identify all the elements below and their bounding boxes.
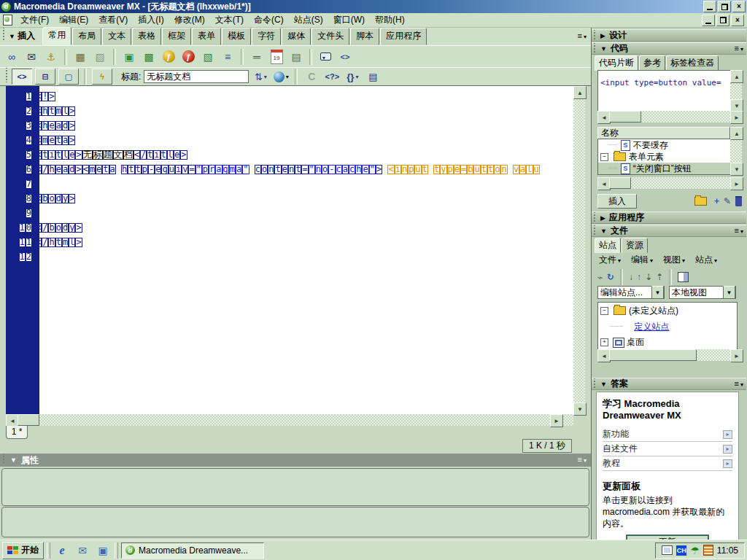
flash-button-icon[interactable]: ƒ: [179, 48, 197, 65]
snippet-list-vscroll[interactable]: ▲ ▼: [730, 127, 742, 174]
code-view-button[interactable]: <>: [12, 69, 32, 85]
expand-collapse-icon[interactable]: [678, 272, 689, 282]
connect-icon[interactable]: ⌁: [597, 272, 603, 283]
insert-tab-script[interactable]: 脚本: [350, 28, 379, 45]
new-folder-icon[interactable]: [694, 197, 707, 206]
code-navigation-icon[interactable]: {}▾: [344, 69, 361, 85]
code-vertical-scrollbar[interactable]: ▲ ▼: [573, 86, 585, 414]
insert-tab-media[interactable]: 媒体: [282, 28, 311, 45]
files-menu-view[interactable]: 视图▾: [663, 254, 685, 266]
tab-assets[interactable]: 资源: [622, 238, 648, 253]
ime-indicator[interactable]: CH: [676, 545, 686, 556]
panel-grip[interactable]: [1, 28, 6, 41]
files-menu-edit[interactable]: 编辑▾: [631, 254, 653, 266]
tabular-data-icon[interactable]: ▤: [287, 48, 305, 65]
insert-tab-application[interactable]: 应用程序: [380, 28, 427, 45]
comment-icon[interactable]: [317, 48, 334, 65]
panel-menu-icon[interactable]: ≡▾: [732, 380, 746, 389]
insert-table-icon[interactable]: ▦: [71, 48, 89, 65]
tab-snippets[interactable]: 代码片断: [595, 55, 638, 71]
design-panel-header[interactable]: ▶ 设计: [592, 29, 746, 42]
chevron-down-icon[interactable]: ▼: [651, 286, 664, 299]
view-options-icon[interactable]: ▤: [364, 69, 382, 85]
scroll-down-arrow[interactable]: ▼: [573, 402, 587, 416]
get-files-icon[interactable]: ↓: [629, 272, 633, 282]
view-select[interactable]: 本地视图 ▼: [669, 286, 736, 299]
doc-restore-button[interactable]: [716, 15, 729, 26]
tab-tag-inspector[interactable]: 标签检查器: [666, 55, 719, 71]
answers-link-readme[interactable]: 自述文件▸: [603, 442, 732, 456]
network-icon[interactable]: [662, 545, 673, 555]
scroll-right-arrow[interactable]: ►: [730, 111, 743, 124]
toolbar-grip[interactable]: [4, 68, 9, 82]
answers-panel-header[interactable]: ▼ 答案 ≡▾: [592, 378, 746, 390]
insert-snippet-button[interactable]: 插入: [597, 194, 637, 209]
restore-button[interactable]: [718, 1, 731, 12]
insert-tab-head[interactable]: 文件头: [311, 28, 349, 45]
check-out-icon[interactable]: ⇣: [645, 272, 652, 282]
code-horizontal-scrollbar[interactable]: ◄ ►: [6, 414, 573, 426]
tab-site[interactable]: 站点: [595, 238, 621, 253]
scroll-right-arrow[interactable]: ►: [730, 177, 743, 190]
tab-reference[interactable]: 参考: [639, 55, 665, 71]
chevron-down-icon[interactable]: ▼: [723, 286, 735, 299]
antivirus-umbrella-icon[interactable]: ☂: [690, 545, 700, 556]
snippet-preview-vscroll[interactable]: ▲ ▼: [730, 70, 742, 111]
refresh-site-icon[interactable]: ↻: [607, 272, 614, 282]
define-site-row[interactable]: ┈┈┈ 定义站点: [598, 319, 737, 335]
panel-menu-icon[interactable]: ≡▾: [732, 227, 746, 236]
desktop-row[interactable]: + 桌面: [598, 335, 737, 350]
delete-snippet-icon[interactable]: [735, 196, 742, 206]
insert-tab-text[interactable]: 文本: [102, 28, 131, 45]
scrollbar-thumb[interactable]: [609, 177, 631, 189]
menu-edit[interactable]: 编辑(E): [54, 12, 93, 28]
insert-tab-forms[interactable]: 表单: [192, 28, 221, 45]
expand-expander[interactable]: +: [600, 338, 608, 346]
scroll-up-arrow[interactable]: ▲: [573, 86, 587, 99]
insert-tab-common[interactable]: 常用: [42, 27, 71, 45]
menu-view[interactable]: 查看(V): [93, 12, 133, 28]
scrollbar-thumb[interactable]: [18, 414, 39, 426]
close-button[interactable]: ×: [732, 1, 746, 12]
flash-icon[interactable]: ƒ: [160, 48, 177, 65]
code-editor[interactable]: 1<!> 2<html> 3<head> 4<meta> 5<title>无标题…: [6, 86, 573, 414]
date-icon[interactable]: 19: [268, 48, 285, 65]
files-panel-header[interactable]: ▼ 文件 ≡▾: [592, 225, 746, 237]
define-site-link[interactable]: 定义站点: [634, 321, 669, 333]
minimize-button[interactable]: [703, 1, 716, 12]
new-snippet-icon[interactable]: +: [714, 196, 719, 206]
insert-tab-templates[interactable]: 模板: [222, 28, 251, 45]
document-tab[interactable]: 1 *: [6, 426, 28, 439]
live-data-button[interactable]: ϟ: [92, 69, 112, 85]
scrollbar-thumb[interactable]: [609, 349, 697, 361]
collapse-expander[interactable]: −: [600, 153, 608, 161]
files-menu-site[interactable]: 站点▾: [695, 254, 717, 266]
snippet-column-header[interactable]: 名称: [597, 127, 730, 139]
scrollbar-thumb[interactable]: [609, 111, 641, 122]
preview-browser-icon[interactable]: ▾: [272, 69, 290, 85]
properties-panel-header[interactable]: ▼ 属性 ≡▾: [0, 454, 591, 467]
scroll-up-arrow[interactable]: ▲: [730, 70, 743, 83]
code-panel-header[interactable]: ▼ 代码 ≡▾: [592, 42, 746, 55]
insert-tab-layout[interactable]: 布局: [72, 28, 101, 45]
menu-file[interactable]: 文件(F): [15, 12, 54, 28]
menu-site[interactable]: 站点(S): [289, 12, 328, 28]
panel-menu-icon[interactable]: ≡▾: [575, 456, 589, 464]
menu-commands[interactable]: 命令(C): [249, 12, 289, 28]
snippet-preview-hscroll[interactable]: ◄ ►: [597, 111, 742, 122]
put-files-icon[interactable]: ↑: [637, 272, 641, 282]
site-root-row[interactable]: − (未定义站点): [598, 303, 737, 319]
edit-snippet-icon[interactable]: ✎: [724, 196, 731, 206]
menu-insert[interactable]: 插入(I): [133, 12, 169, 28]
site-select[interactable]: 编辑站点... ▼: [597, 286, 665, 299]
snippet-folder-row[interactable]: − 表单元素: [598, 151, 731, 163]
answers-link-tutorials[interactable]: 教程▸: [603, 456, 732, 471]
tray-utility-icon[interactable]: [703, 545, 713, 556]
snippet-row-selected[interactable]: ┈┈S “关闭窗口”按钮: [598, 163, 731, 174]
image-icon[interactable]: ▣: [120, 48, 138, 65]
check-in-icon[interactable]: ⇡: [656, 272, 663, 282]
document-title-input[interactable]: [144, 70, 249, 83]
menu-help[interactable]: 帮助(H): [370, 12, 410, 28]
horizontal-rule-icon[interactable]: ═: [248, 48, 266, 65]
refresh-icon[interactable]: C: [303, 69, 320, 85]
